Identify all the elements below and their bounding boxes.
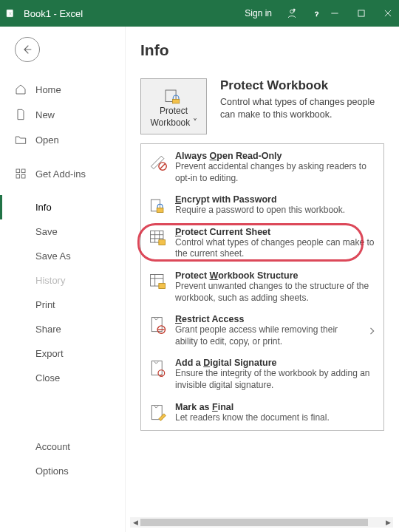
protect-structure-icon: [149, 272, 168, 291]
option-digital-signature[interactable]: Add a Digital Signature Ensure the integ…: [141, 352, 383, 396]
info-pane: Info Protect Workbook ˅ Protect Workbook…: [126, 27, 399, 532]
section-title: Protect Workbook: [220, 78, 384, 93]
protect-sheet-icon: [149, 228, 168, 248]
svg-rect-12: [21, 174, 25, 178]
option-protect-sheet[interactable]: Protect Current Sheet Control what types…: [141, 222, 383, 265]
option-open-read-only[interactable]: Always Open Read-Only Prevent accidental…: [141, 146, 383, 189]
horizontal-scrollbar[interactable]: ◀ ▶: [130, 517, 393, 528]
nav-label: Close: [35, 372, 60, 383]
scroll-right-arrow[interactable]: ▶: [383, 517, 393, 528]
opt-desc: Require a password to open this workbook…: [175, 205, 376, 216]
nav-label: Account: [35, 441, 70, 452]
nav-label: Share: [35, 324, 61, 335]
svg-line-16: [160, 164, 166, 169]
restrict-access-icon: [149, 316, 168, 335]
opt-title: Mark as Final: [175, 402, 376, 412]
nav-label: Info: [35, 202, 52, 213]
backstage-sidebar: Home New Open Get Add-ins Info Save Save…: [0, 27, 126, 532]
new-file-icon: [15, 109, 27, 120]
nav-label: History: [35, 275, 65, 286]
open-folder-icon: [15, 134, 27, 146]
minimize-icon[interactable]: [330, 8, 340, 18]
nav-label: Export: [35, 348, 64, 359]
nav-get-addins[interactable]: Get Add-ins: [0, 161, 125, 186]
opt-title: Protect Workbook Structure: [175, 270, 376, 281]
nav-label: Home: [35, 84, 61, 95]
nav-export[interactable]: Export: [0, 341, 125, 366]
page-title: Info: [140, 41, 384, 59]
protect-workbook-icon: [163, 86, 184, 104]
nav-label: Open: [35, 134, 59, 146]
nav-new[interactable]: New: [0, 102, 125, 127]
option-mark-final[interactable]: Mark as Final Let readers know the docum…: [141, 397, 383, 429]
protect-workbook-button[interactable]: Protect Workbook ˅: [140, 78, 207, 134]
opt-desc: Let readers know the document is final.: [175, 412, 376, 424]
nav-open[interactable]: Open: [0, 127, 125, 152]
svg-text:X: X: [9, 11, 13, 16]
protect-options-menu: Always Open Read-Only Prevent accidental…: [140, 143, 384, 431]
nav-label: Print: [35, 299, 55, 310]
encrypt-icon: [149, 196, 168, 215]
help-icon[interactable]: ?: [312, 8, 322, 18]
section-desc: Control what types of changes people can…: [220, 96, 384, 121]
opt-title: Encrypt with Password: [175, 194, 376, 205]
opt-desc: Prevent unwanted changes to the structur…: [175, 281, 376, 304]
dropdown-caret-icon: ˅: [190, 117, 197, 128]
svg-rect-28: [159, 284, 166, 289]
title-bar: X Book1 - Excel Sign in ? ?: [0, 0, 399, 27]
chevron-right-icon: [369, 327, 376, 335]
protect-btn-line1: Protect: [160, 106, 188, 116]
nav-label: Save As: [35, 250, 71, 262]
read-only-icon: [149, 152, 168, 171]
option-restrict-access[interactable]: Restrict Access Grant people access whil…: [141, 309, 383, 352]
svg-rect-24: [159, 239, 166, 245]
nav-share[interactable]: Share: [0, 317, 125, 341]
nav-save[interactable]: Save: [0, 219, 125, 244]
svg-text:?: ?: [315, 10, 318, 18]
svg-rect-9: [16, 169, 20, 173]
scroll-left-arrow[interactable]: ◀: [130, 517, 140, 528]
signature-icon: [149, 359, 168, 378]
nav-account[interactable]: Account: [0, 434, 125, 459]
svg-rect-6: [358, 10, 364, 16]
opt-title: Always Open Read-Only: [175, 151, 376, 161]
maximize-icon[interactable]: [356, 8, 366, 18]
svg-rect-14: [172, 99, 179, 103]
nav-info[interactable]: Info: [0, 195, 125, 219]
addins-icon: [15, 168, 27, 180]
svg-rect-10: [21, 169, 25, 173]
window-title: Book1 - Excel: [24, 8, 83, 19]
home-icon: [15, 83, 27, 95]
option-encrypt-password[interactable]: Encrypt with Password Require a password…: [141, 189, 383, 222]
opt-desc: Control what types of changes people can…: [175, 237, 376, 260]
nav-label: Get Add-ins: [35, 168, 86, 180]
protect-btn-line2: Workbook: [150, 117, 190, 128]
opt-title: Restrict Access: [175, 314, 358, 324]
back-button[interactable]: [15, 37, 40, 62]
nav-label: Save: [35, 226, 58, 237]
opt-title: Protect Current Sheet: [175, 227, 376, 237]
svg-rect-18: [157, 208, 163, 213]
opt-desc: Ensure the integrity of the workbook by …: [175, 368, 376, 391]
nav-label: Options: [35, 466, 69, 477]
nav-history: History: [0, 268, 125, 293]
nav-save-as[interactable]: Save As: [0, 244, 125, 268]
nav-label: New: [35, 109, 55, 120]
sign-in-link[interactable]: Sign in: [245, 8, 272, 18]
svg-text:?: ?: [293, 9, 296, 13]
nav-print[interactable]: Print: [0, 293, 125, 317]
opt-title: Add a Digital Signature: [175, 358, 376, 368]
excel-app-icon: X: [6, 8, 16, 18]
nav-options[interactable]: Options: [0, 459, 125, 483]
mark-final-icon: [149, 403, 168, 423]
option-protect-structure[interactable]: Protect Workbook Structure Prevent unwan…: [141, 265, 383, 309]
nav-close[interactable]: Close: [0, 366, 125, 390]
close-icon[interactable]: [383, 8, 393, 18]
user-icon[interactable]: ?: [287, 8, 297, 18]
nav-home[interactable]: Home: [0, 77, 125, 102]
svg-rect-11: [16, 174, 20, 178]
opt-desc: Grant people access while removing their…: [175, 324, 358, 347]
scroll-thumb[interactable]: [140, 519, 368, 526]
back-arrow-icon: [21, 44, 33, 55]
svg-point-33: [158, 370, 165, 377]
